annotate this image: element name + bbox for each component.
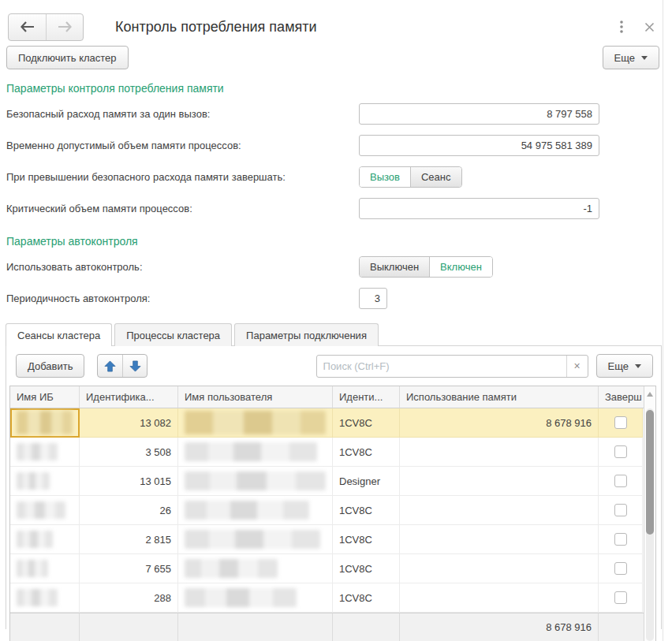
table-row[interactable]: 7 6551CV8C (10, 554, 655, 583)
field-exceed-action: При превышении безопасного расхода памят… (6, 161, 672, 192)
redacted-user-name (185, 471, 326, 490)
cell-session-id[interactable]: 3 508 (80, 438, 178, 467)
cell-user-name[interactable] (178, 496, 333, 525)
terminate-checkbox[interactable] (614, 533, 627, 546)
cell-app-id[interactable]: 1CV8C (333, 583, 400, 613)
connect-cluster-button[interactable]: Подключить кластер (6, 46, 129, 69)
tab-connection-params[interactable]: Параметры подключения (234, 323, 379, 346)
cell-infobase-name[interactable] (10, 408, 80, 438)
move-up-button[interactable] (98, 355, 122, 377)
redacted-user-name (185, 559, 278, 578)
cell-infobase-name[interactable] (10, 583, 80, 613)
close-icon[interactable] (644, 22, 655, 32)
redacted-user-name (185, 442, 317, 461)
cell-app-id[interactable]: 1CV8C (333, 554, 400, 583)
title-bar: Контроль потребления памяти (0, 0, 672, 44)
cell-memory-usage[interactable] (400, 554, 599, 583)
cell-memory-usage[interactable] (400, 467, 599, 496)
safe-memory-input[interactable]: 8 797 558 (359, 103, 599, 125)
table-row[interactable]: 13 0821CV8C8 678 916 (10, 408, 655, 438)
cell-memory-usage[interactable] (400, 583, 599, 613)
arrow-down-icon (129, 360, 141, 372)
column-header[interactable]: Идентифика... (80, 386, 178, 408)
redacted-user-name (185, 411, 326, 434)
use-autocontrol-label: Использовать автоконтроль: (6, 261, 359, 273)
cell-session-id[interactable]: 2 815 (80, 525, 178, 554)
autocontrol-option-off[interactable]: Выключен (360, 257, 430, 277)
cell-memory-usage[interactable]: 8 678 916 (400, 408, 599, 438)
cell-memory-usage[interactable] (400, 525, 599, 554)
cell-app-id[interactable]: 1CV8C (333, 408, 400, 438)
column-header[interactable]: Иденти... (333, 386, 400, 408)
terminate-checkbox[interactable] (614, 416, 627, 429)
cell-infobase-name[interactable] (10, 438, 80, 467)
section-autocontrol-title: Параметры автоконтроля (6, 235, 672, 248)
column-header[interactable]: Использование памяти (400, 386, 599, 408)
cell-user-name[interactable] (178, 583, 333, 613)
terminate-checkbox[interactable] (614, 504, 627, 516)
forward-button[interactable] (46, 14, 83, 40)
command-bar: Подключить кластер Еще (0, 44, 672, 71)
vertical-scrollbar[interactable] (644, 386, 655, 641)
field-safe-memory: Безопасный расход памяти за один вызов: … (6, 98, 672, 129)
terminate-checkbox[interactable] (614, 562, 627, 575)
more-dots-icon[interactable] (619, 20, 624, 34)
memory-control-window: { "header": { "title": "Контроль потребл… (0, 0, 672, 641)
section-memory-control-title: Параметры контроля потребления памяти (6, 82, 672, 95)
redacted-user-name (185, 501, 309, 520)
search-field[interactable]: Поиск (Ctrl+F) × (316, 355, 588, 378)
search-input[interactable]: Поиск (Ctrl+F) (317, 356, 566, 377)
column-header[interactable]: Имя пользователя (178, 386, 333, 408)
cell-infobase-name[interactable] (10, 554, 80, 583)
search-clear-icon[interactable]: × (566, 356, 588, 377)
scrollbar-thumb[interactable] (646, 410, 654, 535)
cell-memory-usage[interactable] (400, 496, 599, 525)
terminate-checkbox[interactable] (614, 445, 627, 458)
critical-memory-input[interactable]: -1 (359, 198, 599, 219)
autocontrol-option-on[interactable]: Включен (430, 257, 492, 277)
autocontrol-period-input[interactable]: 3 (359, 288, 387, 309)
terminate-checkbox[interactable] (614, 475, 627, 487)
tab-cluster-processes[interactable]: Процессы кластера (114, 323, 232, 346)
move-down-button[interactable] (122, 355, 147, 377)
table-row[interactable]: 13 015Designer (10, 467, 655, 496)
exceed-option-session[interactable]: Сеанс (410, 167, 461, 187)
cell-user-name[interactable] (178, 438, 333, 467)
cell-infobase-name[interactable] (10, 467, 80, 496)
table-toolbar: Добавить Поиск (Ctrl+F) × Еще (9, 352, 656, 378)
terminate-checkbox[interactable] (614, 591, 627, 604)
temp-memory-input[interactable]: 54 975 581 389 (359, 135, 599, 156)
table-header: Имя ИБИдентифика...Имя пользователяИдент… (10, 386, 655, 408)
back-button[interactable] (9, 14, 46, 40)
table-row[interactable]: 2881CV8C (10, 583, 655, 613)
cell-infobase-name[interactable] (10, 496, 80, 525)
cell-session-id[interactable]: 7 655 (80, 554, 178, 583)
cell-session-id[interactable]: 13 015 (80, 467, 178, 496)
cell-app-id[interactable]: 1CV8C (333, 496, 400, 525)
column-header[interactable]: Имя ИБ (10, 386, 80, 408)
scroll-up-icon[interactable] (647, 392, 653, 397)
exceed-action-toggle: Вызов Сеанс (359, 166, 462, 188)
cell-user-name[interactable] (178, 467, 333, 496)
cell-user-name[interactable] (178, 554, 333, 583)
cell-user-name[interactable] (178, 408, 333, 438)
cell-memory-usage[interactable] (400, 438, 599, 467)
cell-app-id[interactable]: 1CV8C (333, 438, 400, 467)
cell-session-id[interactable]: 288 (80, 583, 178, 613)
cell-session-id[interactable]: 26 (80, 496, 178, 525)
tab-cluster-sessions[interactable]: Сеансы кластера (6, 323, 112, 346)
cell-user-name[interactable] (178, 525, 333, 554)
table-row[interactable]: 3 5081CV8C (10, 438, 655, 467)
cell-app-id[interactable]: 1CV8C (333, 525, 400, 554)
field-use-autocontrol: Использовать автоконтроль: Выключен Вклю… (6, 251, 672, 282)
table-row[interactable]: 2 8151CV8C (10, 525, 655, 554)
cell-infobase-name[interactable] (10, 525, 80, 554)
safe-memory-label: Безопасный расход памяти за один вызов: (6, 108, 359, 120)
add-button[interactable]: Добавить (16, 354, 84, 378)
cell-app-id[interactable]: Designer (333, 467, 400, 496)
more-button-top[interactable]: Еще (603, 46, 659, 69)
table-row[interactable]: 261CV8C (10, 496, 655, 525)
cell-session-id[interactable]: 13 082 (80, 408, 178, 438)
exceed-option-call[interactable]: Вызов (360, 167, 410, 187)
more-button-table[interactable]: Еще (596, 354, 653, 378)
